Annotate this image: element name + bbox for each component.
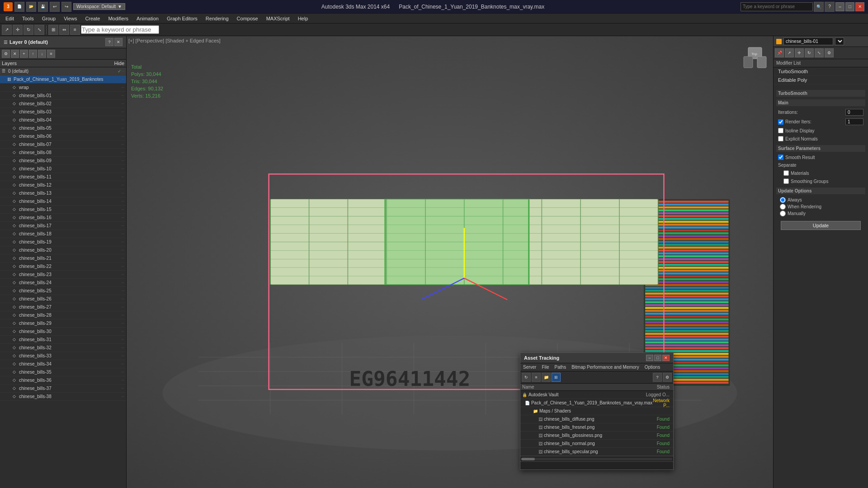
rp-dropdown[interactable]: ▼	[835, 38, 844, 45]
menu-item-edit[interactable]: Edit	[2, 15, 18, 22]
layer-item[interactable]: ◇chinese_bills-05···	[0, 124, 126, 132]
layer-item[interactable]: ◇chinese_bills-08···	[0, 149, 126, 157]
new-btn[interactable]: 📄	[14, 2, 24, 12]
snap-btn[interactable]: ⊞	[48, 25, 58, 35]
rotate-btn[interactable]: ↻	[24, 25, 33, 35]
layer-item[interactable]: ◇chinese_bills-03···	[0, 108, 126, 116]
redo-btn[interactable]: ↪	[61, 2, 71, 12]
modifier-item-turbosmooth[interactable]: TurboSmooth	[774, 67, 868, 76]
at-settings-btn[interactable]: ⚙	[663, 373, 672, 382]
at-tree-row[interactable]: 🖼chinese_bills_diffuse.pngFound	[520, 415, 673, 423]
layer-item[interactable]: ◇chinese_bills-07···	[0, 141, 126, 149]
menu-item-help[interactable]: Help	[294, 15, 312, 22]
render-iters-input[interactable]	[845, 118, 863, 125]
maximize-btn[interactable]: □	[845, 2, 854, 11]
layer-item[interactable]: ◇chinese_bills-11···	[0, 173, 126, 181]
at-close-btn[interactable]: ✕	[662, 355, 670, 361]
modifier-item-editable-poly[interactable]: Editable Poly	[774, 76, 868, 84]
layer-item[interactable]: ◇chinese_bills-27···	[0, 303, 126, 311]
layer-item[interactable]: ◇chinese_bills-37···	[0, 385, 126, 393]
layer-item[interactable]: ◇chinese_bills-14···	[0, 197, 126, 206]
menu-item-maxscript[interactable]: MAXScript	[263, 15, 293, 22]
layer-help-btn[interactable]: ?	[105, 38, 113, 46]
help-btn[interactable]: ?	[825, 2, 835, 12]
align-btn[interactable]: ≡	[70, 25, 80, 35]
at-menu-item-options[interactable]: Options	[644, 364, 661, 370]
undo-btn[interactable]: ↩	[50, 2, 60, 12]
layer-item[interactable]: ▥Pack_of_Chinese_1_Yuan_2019_Banknotes··…	[0, 75, 126, 84]
layer-item[interactable]: ◇chinese_bills-28···	[0, 311, 126, 319]
at-scrollbar[interactable]	[520, 456, 673, 461]
at-refresh-btn[interactable]: ↻	[522, 373, 531, 382]
rp-select-btn[interactable]: ↗	[785, 48, 794, 57]
layer-item[interactable]: ◇chinese_bills-04···	[0, 116, 126, 124]
layer-item[interactable]: ◇wrap···	[0, 84, 126, 92]
save-btn[interactable]: 💾	[38, 2, 48, 12]
open-btn[interactable]: 📂	[26, 2, 36, 12]
layer-item[interactable]: ◇chinese_bills-06···	[0, 132, 126, 141]
update-button[interactable]: Update	[781, 221, 861, 230]
at-tree-row[interactable]: 📁Maps / Shaders	[520, 407, 673, 415]
at-tree-row[interactable]: 📄Pack_of_Chinese_1_Yuan_2019_Banknotes_m…	[520, 399, 673, 407]
menu-item-rendering[interactable]: Rendering	[202, 15, 232, 22]
layer-item[interactable]: ◇chinese_bills-22···	[0, 263, 126, 271]
search-input[interactable]	[741, 2, 813, 11]
layer-item[interactable]: ◇chinese_bills-23···	[0, 271, 126, 279]
layer-move-up-btn[interactable]: ↑	[29, 50, 37, 58]
menu-item-graph-editors[interactable]: Graph Editors	[163, 15, 201, 22]
layer-list[interactable]: ☰0 (default)✓···▥Pack_of_Chinese_1_Yuan_…	[0, 67, 126, 488]
modifier-list[interactable]: TurboSmoothEditable Poly	[774, 67, 868, 84]
at-tree-row[interactable]: 🖼chinese_bills_glossiness.pngFound	[520, 432, 673, 440]
nav-cube[interactable]: Top	[741, 45, 769, 72]
layer-item[interactable]: ◇chinese_bills-02···	[0, 100, 126, 108]
rp-rotate-btn[interactable]: ↻	[805, 48, 814, 57]
layer-item[interactable]: ◇chinese_bills-10···	[0, 165, 126, 173]
layer-add-btn[interactable]: +	[20, 50, 28, 58]
layer-item[interactable]: ◇chinese_bills-32···	[0, 344, 126, 352]
layer-item[interactable]: ◇chinese_bills-09···	[0, 157, 126, 165]
menu-item-compose[interactable]: Compose	[233, 15, 262, 22]
layer-item[interactable]: ◇chinese_bills-21···	[0, 254, 126, 263]
at-menu-item-bitmap-performance-and-memory[interactable]: Bitmap Performance and Memory	[571, 364, 640, 370]
manually-radio[interactable]	[780, 211, 786, 216]
rp-pin-btn[interactable]: 📌	[775, 48, 784, 57]
smoothing-groups-checkbox[interactable]	[783, 178, 789, 184]
materials-checkbox[interactable]	[783, 170, 789, 176]
at-tree-row[interactable]: 🖼chinese_bills_fresnel.pngFound	[520, 423, 673, 432]
layer-item[interactable]: ◇chinese_bills-20···	[0, 246, 126, 254]
at-list-btn[interactable]: ≡	[532, 373, 541, 382]
menu-item-tools[interactable]: Tools	[19, 15, 38, 22]
at-tree[interactable]: 🔒Autodesk VaultLogged O...📄Pack_of_Chine…	[520, 391, 673, 456]
smooth-result-checkbox[interactable]	[778, 155, 783, 160]
layer-item[interactable]: ◇chinese_bills-13···	[0, 189, 126, 197]
render-iters-checkbox[interactable]	[778, 119, 783, 125]
layer-item[interactable]: ◇chinese_bills-16···	[0, 214, 126, 222]
viewport[interactable]: EG96411442 [+] [Perspective] [Shaded + E…	[127, 36, 773, 488]
layer-item[interactable]: ☰0 (default)✓···	[0, 67, 126, 75]
layer-move-down-btn[interactable]: ↓	[38, 50, 46, 58]
layer-item[interactable]: ◇chinese_bills-36···	[0, 376, 126, 385]
at-tree-row[interactable]: 🖼chinese_bills_normal.pngFound	[520, 440, 673, 448]
object-name-input[interactable]	[783, 38, 833, 45]
at-minimize-btn[interactable]: –	[646, 355, 653, 361]
move-btn[interactable]: ✛	[13, 25, 23, 35]
keyword-search[interactable]	[81, 25, 159, 34]
menu-item-group[interactable]: Group	[38, 15, 60, 22]
iterations-input[interactable]	[845, 109, 863, 116]
rp-custom-btn[interactable]: ⚙	[825, 48, 834, 57]
search-btn[interactable]: 🔍	[814, 2, 824, 12]
mirror-btn[interactable]: ⇔	[59, 25, 69, 35]
at-help-btn[interactable]: ?	[653, 373, 662, 382]
layer-item[interactable]: ◇chinese_bills-31···	[0, 336, 126, 344]
menu-item-views[interactable]: Views	[60, 15, 80, 22]
at-scroll-thumb[interactable]	[521, 458, 535, 460]
at-active-btn[interactable]: ⊞	[552, 373, 561, 382]
layer-item[interactable]: ◇chinese_bills-34···	[0, 360, 126, 368]
rp-scale-btn[interactable]: ⤡	[815, 48, 824, 57]
rp-move-btn[interactable]: ✛	[795, 48, 804, 57]
layer-item[interactable]: ◇chinese_bills-35···	[0, 368, 126, 376]
layer-item[interactable]: ◇chinese_bills-01···	[0, 92, 126, 100]
isoline-checkbox[interactable]	[778, 128, 783, 133]
menu-item-animation[interactable]: Animation	[133, 15, 162, 22]
select-btn[interactable]: ↗	[2, 25, 12, 35]
